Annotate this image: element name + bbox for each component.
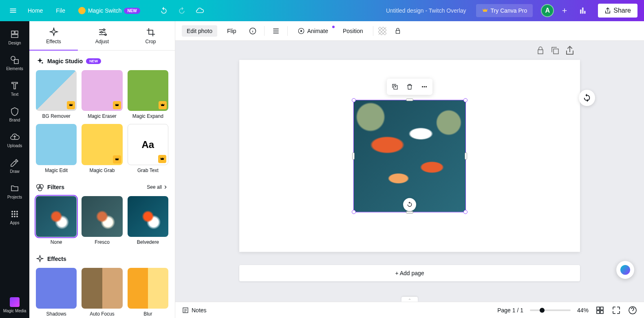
canvas-page[interactable] (239, 60, 580, 252)
svg-point-10 (16, 213, 18, 215)
lock-button[interactable] (391, 24, 404, 38)
notes-label: Notes (192, 307, 207, 314)
tool-grab-text[interactable]: Aa Grab Text (128, 124, 168, 173)
undo-icon (160, 7, 168, 15)
filter-fresco-thumb (82, 196, 122, 237)
tab-adjust[interactable]: Adjust (78, 21, 126, 50)
rail-design[interactable]: Design (0, 24, 29, 50)
redo-button[interactable] (174, 3, 189, 18)
share-icon (604, 7, 611, 14)
tab-effects[interactable]: Effects (29, 21, 78, 50)
tool-label: Magic Eraser (88, 113, 117, 119)
effect-auto-focus[interactable]: Auto Focus (82, 268, 122, 317)
edit-photo-button[interactable]: Edit photo (182, 25, 217, 37)
user-avatar[interactable]: A (541, 4, 554, 17)
svg-point-8 (11, 213, 13, 215)
rail-projects[interactable]: Projects (0, 179, 29, 204)
zoom-slider[interactable] (530, 309, 571, 311)
transparency-button[interactable] (378, 27, 386, 35)
zoom-value[interactable]: 44% (577, 307, 589, 314)
tool-magic-eraser[interactable]: Magic Eraser (82, 70, 122, 119)
resize-edge-top[interactable] (406, 99, 413, 101)
rail-brand[interactable]: Brand (0, 102, 29, 127)
hamburger-menu-button[interactable] (7, 4, 20, 17)
filter-belvedere[interactable]: Belvedere (128, 196, 168, 245)
assistant-button[interactable] (616, 261, 634, 279)
svg-point-13 (16, 216, 18, 217)
resize-handle-bl[interactable] (352, 210, 356, 214)
home-link[interactable]: Home (23, 4, 48, 17)
notes-button[interactable]: Notes (182, 307, 207, 314)
resize-handle-br[interactable] (463, 210, 468, 214)
grid-view-button[interactable] (595, 305, 605, 315)
rail-magic-media[interactable]: Magic Media (0, 292, 29, 318)
animate-button[interactable]: Animate (293, 25, 333, 37)
resize-edge-left[interactable] (352, 152, 355, 160)
filters-see-all[interactable]: See all (147, 184, 168, 190)
file-menu[interactable]: File (51, 4, 70, 17)
help-button[interactable] (628, 305, 637, 315)
tool-magic-edit[interactable]: Magic Edit (36, 124, 77, 173)
duplicate-element-button[interactable] (388, 80, 401, 93)
page-lock-button[interactable] (536, 46, 545, 55)
position-button[interactable]: Position (338, 25, 368, 37)
try-canva-pro-button[interactable]: Try Canva Pro (476, 4, 533, 17)
panel-content[interactable]: Magic Studio NEW BG Remover Magic Eraser… (29, 51, 175, 318)
analytics-button[interactable] (575, 3, 590, 18)
effects-icon (36, 255, 44, 263)
collapse-pages-button[interactable] (401, 297, 418, 302)
cloud-sync-button[interactable] (192, 3, 207, 18)
tool-label: Magic Expand (132, 113, 163, 119)
delete-element-button[interactable] (403, 80, 416, 93)
zoom-slider-thumb[interactable] (540, 308, 545, 313)
svg-rect-24 (554, 49, 558, 54)
add-member-button[interactable] (557, 3, 572, 18)
magic-edit-thumb (36, 124, 77, 165)
page-indicator[interactable]: Page 1 / 1 (497, 307, 523, 314)
list-button[interactable] (269, 24, 282, 38)
effect-label: Auto Focus (90, 311, 115, 317)
more-element-button[interactable] (418, 80, 431, 93)
effect-blur[interactable]: Blur (128, 268, 168, 317)
canvas-viewport[interactable]: + Add page (175, 41, 644, 302)
chevron-up-icon (407, 298, 412, 301)
chevron-right-icon (163, 184, 168, 190)
filter-fresco[interactable]: Fresco (82, 196, 122, 245)
rail-elements[interactable]: Elements (0, 50, 29, 76)
page-duplicate-button[interactable] (550, 46, 560, 55)
resize-handle-tl[interactable] (352, 98, 356, 102)
page-export-button[interactable] (565, 46, 575, 55)
fullscreen-button[interactable] (611, 305, 621, 315)
rail-text[interactable]: Text (0, 76, 29, 102)
info-button[interactable] (246, 24, 259, 38)
rotate-button[interactable] (403, 198, 416, 211)
undo-button[interactable] (157, 3, 171, 18)
tool-label: BG Remover (42, 113, 70, 119)
crop-tab-icon (146, 27, 156, 37)
tab-crop[interactable]: Crop (126, 21, 175, 50)
tool-bg-remover[interactable]: BG Remover (36, 70, 77, 119)
svg-rect-1 (15, 31, 18, 34)
share-button[interactable]: Share (598, 4, 637, 18)
tool-magic-grab[interactable]: Magic Grab (82, 124, 122, 173)
svg-point-28 (426, 86, 427, 87)
tool-magic-expand[interactable]: Magic Expand (128, 70, 168, 119)
flip-button[interactable]: Flip (222, 25, 241, 37)
magic-switch-button[interactable]: Magic Switch NEW (73, 4, 145, 17)
regenerate-button[interactable] (579, 90, 595, 106)
svg-rect-31 (600, 307, 603, 310)
effect-shadows[interactable]: Shadows (36, 268, 77, 317)
resize-edge-bottom[interactable] (406, 211, 413, 214)
top-bar: Home File Magic Switch NEW Untitled desi… (0, 0, 644, 21)
filter-none[interactable]: None (36, 196, 77, 245)
effects-title: Effects (47, 256, 66, 262)
add-page-button[interactable]: + Add page (239, 265, 580, 281)
document-title[interactable]: Untitled design - Twitch Overlay (386, 7, 466, 14)
rail-apps[interactable]: Apps (0, 204, 29, 230)
rail-draw[interactable]: Draw (0, 153, 29, 179)
resize-edge-right[interactable] (465, 152, 467, 160)
rail-magic-media-label: Magic Media (3, 309, 26, 313)
rail-uploads[interactable]: Uploads (0, 127, 29, 153)
selected-image[interactable] (353, 100, 466, 212)
resize-handle-tr[interactable] (463, 98, 468, 102)
